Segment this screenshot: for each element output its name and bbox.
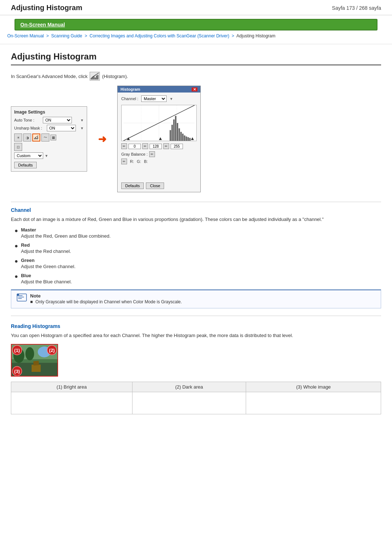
hist-defaults-btn[interactable]: Defaults bbox=[121, 182, 144, 189]
channel-section: Channel Each dot of an image is a mixtur… bbox=[11, 207, 381, 308]
g-label: G: bbox=[137, 159, 141, 164]
intro-text: In ScanGear's Advanced Mode, click (Hist… bbox=[11, 72, 381, 81]
channel-arrow: ▼ bbox=[170, 97, 173, 101]
hist-input-mid[interactable] bbox=[150, 144, 162, 149]
eyedropper-rgb[interactable]: ✏ bbox=[121, 159, 127, 164]
page-title: Adjusting Histogram bbox=[11, 52, 381, 65]
histogram-icon-inline bbox=[90, 72, 100, 81]
auto-tone-select[interactable]: ON OFF bbox=[43, 117, 72, 123]
svg-rect-19 bbox=[175, 116, 176, 141]
eyedropper-black[interactable]: ✏ bbox=[121, 143, 127, 149]
divider-1 bbox=[11, 202, 381, 202]
svg-rect-18 bbox=[173, 119, 175, 141]
svg-rect-4 bbox=[95, 78, 96, 80]
table-header-dark: (2) Dark area bbox=[132, 382, 246, 392]
bullet-desc-red: Adjust the Red channel. bbox=[21, 249, 71, 254]
table-cell-whole bbox=[246, 392, 381, 414]
svg-rect-1 bbox=[91, 78, 92, 80]
breadcrumb-link-manual[interactable]: On-Screen Manual bbox=[7, 33, 44, 38]
table-header-whole: (3) Whole image bbox=[246, 382, 381, 392]
eyedropper-gray-balance[interactable]: ✏ bbox=[149, 151, 155, 157]
hist-values-row: ✏ ✏ ✏ bbox=[121, 143, 197, 149]
note-icon bbox=[16, 293, 27, 302]
bullet-content-green: Green Adjust the Green channel. bbox=[21, 258, 381, 269]
svg-rect-24 bbox=[184, 135, 185, 141]
defaults-button[interactable]: Defaults bbox=[14, 162, 37, 168]
bullet-term-red: Red bbox=[21, 242, 381, 248]
svg-text:(3): (3) bbox=[14, 369, 20, 374]
channel-label: Channel : bbox=[121, 97, 138, 101]
eyedropper-white[interactable]: ✏ bbox=[163, 143, 169, 149]
icon-brightness[interactable]: ☀ bbox=[14, 134, 22, 141]
image-settings-icons: ☀ ◑ 〜 ▦ bbox=[14, 134, 84, 141]
svg-rect-20 bbox=[177, 123, 178, 141]
bullet-term-master: Master bbox=[21, 227, 381, 233]
icon-tonecurve[interactable]: 〜 bbox=[41, 134, 49, 141]
histogram-dialog: Histogram ✕ Channel : Master Red Green B… bbox=[117, 86, 201, 192]
bullet-desc-green: Adjust the Green channel. bbox=[21, 264, 75, 269]
channel-row: Channel : Master Red Green Blue ▼ bbox=[121, 95, 197, 102]
svg-marker-30 bbox=[191, 137, 194, 140]
note-bullet-symbol: ■ bbox=[30, 299, 33, 304]
svg-rect-10 bbox=[37, 136, 38, 139]
custom-select[interactable]: Custom bbox=[14, 152, 43, 159]
note-item-1: Only Grayscale will be displayed in Chan… bbox=[36, 299, 182, 304]
icon-extra[interactable]: ▦ bbox=[50, 135, 56, 140]
svg-rect-23 bbox=[182, 134, 184, 141]
svg-rect-42 bbox=[32, 365, 41, 372]
hist-input-right[interactable] bbox=[171, 144, 183, 149]
hist-close-btn[interactable]: Close bbox=[146, 182, 164, 189]
auto-tone-label: Auto Tone : bbox=[14, 118, 34, 122]
histogram-title: Histogram bbox=[121, 87, 140, 91]
bullet-dot-master: ● bbox=[15, 227, 18, 234]
on-screen-manual-bar: On-Screen Manual bbox=[15, 19, 377, 30]
breadcrumb-link-correcting[interactable]: Correcting Images and Adjusting Colors w… bbox=[90, 33, 229, 38]
bullet-dot-green: ● bbox=[15, 258, 18, 264]
breadcrumb-link-scanning[interactable]: Scanning Guide bbox=[51, 33, 82, 38]
svg-rect-35 bbox=[17, 294, 19, 296]
hist-buttons-row: Defaults Close bbox=[121, 182, 197, 189]
table-cell-bright bbox=[11, 392, 132, 414]
custom-row: Custom ▼ bbox=[14, 152, 84, 159]
svg-rect-26 bbox=[187, 137, 189, 141]
list-item-blue: ● Blue Adjust the Blue channel. bbox=[15, 273, 381, 284]
svg-rect-9 bbox=[36, 138, 37, 139]
intro-text-before: In ScanGear's Advanced Mode, click bbox=[11, 74, 87, 79]
gray-balance-row: Gray Balance : ✏ bbox=[121, 151, 197, 157]
channel-select[interactable]: Master Red Green Blue bbox=[141, 95, 167, 102]
list-item-master: ● Master Adjust the Red, Green and Blue … bbox=[15, 227, 381, 239]
note-label: Note bbox=[30, 293, 41, 299]
breadcrumb: On-Screen Manual > Scanning Guide > Corr… bbox=[0, 30, 392, 44]
page-title-header: Adjusting Histogram bbox=[11, 4, 82, 12]
histogram-close-x[interactable]: ✕ bbox=[192, 87, 197, 91]
icon-contrast[interactable]: ◑ bbox=[23, 134, 31, 141]
icon-final[interactable]: ⊡ bbox=[14, 143, 22, 151]
image-settings-title: Image Settings bbox=[14, 110, 84, 115]
r-label: R: bbox=[130, 159, 134, 164]
arrow-icon: ➜ bbox=[98, 133, 106, 145]
eyedropper-gray[interactable]: ✏ bbox=[142, 143, 148, 149]
screenshots-row: Image Settings Auto Tone : ON OFF ▼ Unsh… bbox=[11, 86, 381, 192]
svg-rect-43 bbox=[33, 361, 39, 365]
svg-text:(1): (1) bbox=[14, 348, 20, 353]
svg-marker-29 bbox=[159, 137, 162, 140]
bullet-desc-master: Adjust the Red, Green and Blue combined. bbox=[21, 233, 111, 239]
icon-histogram[interactable] bbox=[32, 134, 40, 141]
unsharp-mask-select[interactable]: ON OFF bbox=[47, 125, 76, 131]
auto-tone-row: Auto Tone : ON OFF ▼ bbox=[14, 117, 84, 123]
histogram-graph bbox=[121, 105, 197, 141]
b-label: B: bbox=[144, 159, 148, 164]
bullet-term-green: Green bbox=[21, 258, 381, 263]
hist-input-left[interactable] bbox=[128, 144, 141, 149]
unsharp-arrow: ▼ bbox=[80, 126, 84, 130]
svg-rect-16 bbox=[170, 130, 171, 141]
channel-bullet-list: ● Master Adjust the Red, Green and Blue … bbox=[11, 227, 381, 284]
table-row bbox=[11, 392, 381, 414]
svg-rect-6 bbox=[98, 75, 99, 80]
intro-text-after: (Histogram). bbox=[102, 74, 128, 79]
bullet-content-red: Red Adjust the Red channel. bbox=[21, 242, 381, 254]
bullet-content-blue: Blue Adjust the Blue channel. bbox=[21, 273, 381, 284]
rgb-row: ✏ R: G: B: bbox=[121, 159, 197, 164]
list-item-red: ● Red Adjust the Red channel. bbox=[15, 242, 381, 254]
channel-description: Each dot of an image is a mixture of Red… bbox=[11, 216, 381, 223]
